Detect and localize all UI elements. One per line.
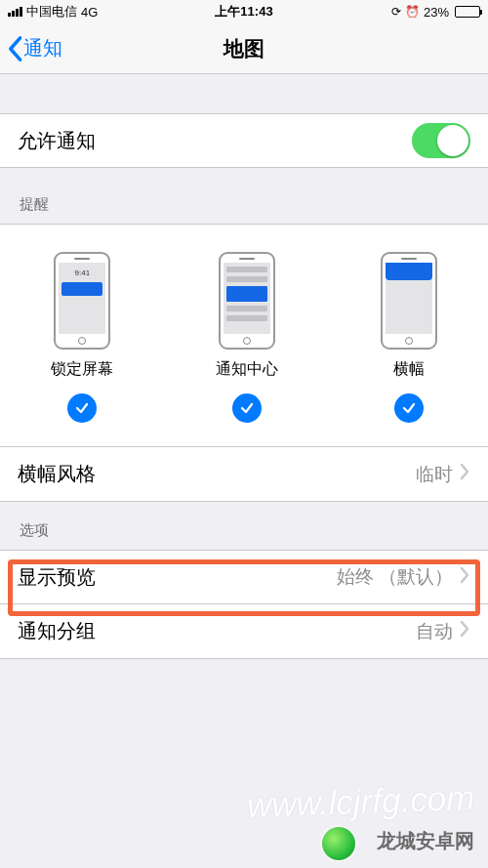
lock-screen-label: 锁定屏幕 <box>51 359 113 380</box>
watermark-url: www.lcjrfg.com <box>246 778 475 825</box>
nav-header: 通知 地图 <box>0 23 488 74</box>
grouping-label: 通知分组 <box>18 618 416 644</box>
alert-style-notification-center[interactable]: 通知中心 <box>216 252 278 423</box>
banner-style-value: 临时 <box>416 462 453 487</box>
signal-icon <box>8 7 22 17</box>
alarm-icon: ⏰ <box>405 5 420 19</box>
battery-icon <box>455 6 480 18</box>
chevron-right-icon <box>459 620 470 642</box>
notification-grouping-row[interactable]: 通知分组 自动 <box>0 604 488 659</box>
page-title: 地图 <box>0 35 488 62</box>
back-button[interactable]: 通知 <box>0 35 62 62</box>
notification-center-preview-icon <box>219 252 275 350</box>
back-label: 通知 <box>23 35 62 62</box>
lock-preview-time: 9:41 <box>59 263 105 277</box>
battery-percent: 23% <box>424 5 449 20</box>
chevron-right-icon <box>459 566 470 589</box>
chevron-right-icon <box>459 463 470 485</box>
carrier-label: 中国电信 <box>26 3 77 21</box>
chevron-left-icon <box>6 35 23 62</box>
notification-center-check-icon <box>232 393 262 423</box>
options-section-header: 选项 <box>0 502 488 550</box>
alerts-section-header: 提醒 <box>0 168 488 224</box>
network-label: 4G <box>81 5 98 20</box>
banner-check-icon <box>394 393 424 423</box>
alert-styles-panel: 9:41 锁定屏幕 通知中心 <box>0 224 488 447</box>
grouping-value: 自动 <box>416 619 453 644</box>
watermark-site: 龙城安卓网 <box>377 828 474 854</box>
allow-switch[interactable] <box>412 123 470 158</box>
banner-style-row[interactable]: 横幅风格 临时 <box>0 447 488 502</box>
show-previews-label: 显示预览 <box>18 564 337 591</box>
allow-label: 允许通知 <box>18 128 412 154</box>
alert-style-lock-screen[interactable]: 9:41 锁定屏幕 <box>51 252 113 423</box>
lock-screen-check-icon <box>67 393 97 423</box>
allow-notifications-row: 允许通知 <box>0 113 488 168</box>
show-previews-row[interactable]: 显示预览 始终 （默认） <box>0 550 488 604</box>
banner-label: 横幅 <box>393 359 425 380</box>
lock-screen-preview-icon: 9:41 <box>54 252 110 350</box>
status-time: 上午11:43 <box>165 3 322 21</box>
banner-style-label: 横幅风格 <box>18 461 416 487</box>
alert-style-banner[interactable]: 横幅 <box>381 252 437 423</box>
status-bar: 中国电信 4G 上午11:43 ⟳ ⏰ 23% <box>0 0 488 23</box>
notification-center-label: 通知中心 <box>216 359 278 380</box>
show-previews-value: 始终 （默认） <box>337 564 453 590</box>
orientation-lock-icon: ⟳ <box>391 5 401 19</box>
banner-preview-icon <box>381 252 437 350</box>
watermark-logo-icon <box>322 827 355 860</box>
